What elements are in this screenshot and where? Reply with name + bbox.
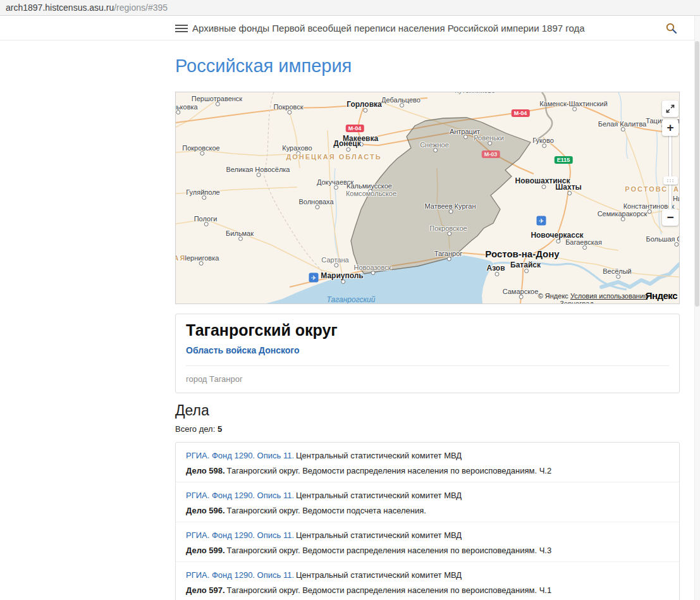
map-label: Донецк: [333, 139, 360, 148]
map-label: Новоазовск: [354, 264, 391, 271]
map-label: Гуково: [532, 137, 554, 144]
case-archive-link[interactable]: РГИА. Фонд 1290. Опись 11.: [186, 491, 294, 500]
map-label: М-03: [482, 150, 500, 158]
map-label: Васильковка: [175, 103, 198, 111]
fullscreen-button[interactable]: [662, 101, 679, 117]
case-description: Таганрогский округ. Ведомости распределе…: [227, 466, 552, 475]
yandex-logo: Яндекс: [646, 290, 677, 301]
case-description: Таганрогский округ. Ведомости подсчета н…: [227, 506, 426, 515]
map-label: Таганрог: [434, 250, 463, 257]
case-archive-link[interactable]: РГИА. Фонд 1290. Опись 11.: [186, 451, 294, 460]
map-label: Семикаракорск: [598, 210, 648, 217]
case-item: РГИА. Фонд 1290. Опись 11.Центральный ст…: [176, 482, 679, 522]
case-description: Таганрогский округ. Ведомости распределе…: [227, 546, 552, 555]
case-item: РГИА. Фонд 1290. Опись 11.Центральный ст…: [176, 562, 679, 600]
terms-link[interactable]: Условия использования: [570, 292, 648, 300]
cases-total-label: Всего дел:: [175, 424, 215, 434]
map-label: Дебальцево: [381, 96, 421, 104]
case-number: Дело 599.: [186, 546, 225, 555]
map-label: ✈: [309, 273, 319, 283]
site-header: Архивные фонды Первой всеобщей переписи …: [0, 16, 700, 40]
region-title: Таганрогский округ: [186, 321, 669, 340]
url-domain: arch1897.histcensus.asu.ru: [6, 3, 114, 13]
map-label: Багаевская: [565, 238, 602, 246]
region-city: город Таганрог: [186, 374, 669, 384]
case-number: Дело 597.: [186, 585, 225, 595]
url-bar[interactable]: arch1897.histcensus.asu.ru/regions/#395: [0, 0, 700, 16]
case-committee: Центральный статистический комитет МВД: [296, 530, 462, 540]
map-label: Мариуполь: [321, 271, 363, 280]
cases-total: Всего дел: 5: [175, 424, 680, 434]
map-attribution: © Яндекс Условия использования: [538, 292, 648, 300]
page-title: Российская империя: [175, 56, 680, 77]
region-map[interactable]: КутейниковоПершотравенскПокровскВасилько…: [175, 92, 680, 304]
map-label: Матвеев Курган: [425, 202, 476, 210]
case-number: Дело 598.: [186, 466, 225, 475]
map-label: Великая Новосёлка: [226, 166, 290, 173]
zoom-slider-handle[interactable]: [663, 176, 678, 185]
map-label: Сартана: [321, 256, 348, 264]
map-label: Покровское: [182, 144, 219, 152]
case-committee: Центральный статистический комитет МВД: [296, 570, 462, 580]
expand-icon: [666, 104, 675, 113]
hamburger-menu-icon[interactable]: [175, 25, 188, 33]
map-label: ✈: [537, 216, 546, 226]
map-label: Большая Орловка: [646, 235, 680, 243]
main-content: Российская империя: [175, 40, 680, 600]
case-item: РГИА. Фонд 1290. Опись 11.Центральный ст…: [176, 443, 679, 482]
case-archive-link[interactable]: РГИА. Фонд 1290. Опись 11.: [186, 530, 294, 540]
page-scrollbar[interactable]: [694, 16, 700, 600]
search-icon[interactable]: [665, 22, 679, 36]
zoom-out-button[interactable]: −: [662, 209, 679, 226]
map-label: Волноваха: [298, 198, 333, 205]
map-label: Азов: [486, 264, 505, 272]
map-label: Першотравенск: [192, 95, 242, 102]
map-label: Кутейниково: [455, 92, 495, 94]
case-committee: Центральный статистический комитет МВД: [296, 491, 462, 500]
map-label: Белая Калитва: [598, 120, 646, 128]
map-label: Комсомольское: [346, 190, 396, 197]
map-label: Снежное: [420, 141, 449, 149]
map-label: ДОНЕЦКАЯ ОБЛАСТЬ: [286, 153, 381, 161]
map-label: Покровское: [429, 224, 467, 232]
zoom-slider[interactable]: [668, 136, 672, 209]
case-item: РГИА. Фонд 1290. Опись 11.Центральный ст…: [176, 522, 679, 562]
map-label: Самарское: [503, 288, 539, 295]
map-label: Таганрогский: [327, 295, 376, 304]
map-label: М-04: [512, 109, 530, 117]
region-card: Таганрогский округ Область войска Донско…: [175, 314, 680, 393]
cases-heading: Дела: [175, 402, 680, 419]
map-label: М-04: [346, 125, 364, 132]
map-label: Бильмак: [226, 230, 254, 237]
map-label: Шахты: [555, 183, 582, 192]
map-label: ЗАПОРОЖСКАЯ: [175, 254, 186, 262]
map-label: Черниговка: [182, 254, 219, 262]
map-label: Ровеньки: [474, 134, 504, 142]
cases-list: РГИА. Фонд 1290. Опись 11.Центральный ст…: [175, 442, 680, 600]
cases-total-value: 5: [218, 424, 222, 434]
map-label: Гуляйполе: [186, 188, 219, 196]
region-parent-link[interactable]: Область войска Донского: [186, 345, 300, 355]
case-archive-link[interactable]: РГИА. Фонд 1290. Опись 11.: [186, 570, 294, 580]
url-path: /regions/#395: [114, 3, 168, 13]
map-label: Николаевская: [673, 195, 680, 202]
map-label: Курахово: [282, 144, 312, 152]
map-label: Покровск: [273, 103, 303, 111]
divider: [186, 365, 669, 366]
zoom-in-button[interactable]: +: [662, 119, 679, 136]
map-label: Каменск-Шахтинский: [539, 100, 608, 107]
map-label: Весёлый: [603, 267, 632, 275]
map-label: Ростов-на-Дону: [485, 248, 559, 259]
map-label: Пологи: [194, 215, 218, 223]
map-label: Зерноград: [560, 300, 594, 304]
map-label: Кальмиусское: [347, 182, 392, 190]
map-label: Е115: [555, 156, 573, 164]
map-label: Горловка: [347, 100, 381, 109]
app-title: Архивные фонды Первой всеобщей переписи …: [192, 16, 585, 40]
copyright-text: © Яндекс: [538, 292, 568, 300]
scrollbar-thumb[interactable]: [695, 41, 699, 307]
map-label: Батайск: [510, 260, 541, 269]
case-description: Таганрогский округ. Ведомости распределе…: [227, 585, 552, 595]
case-number: Дело 596.: [186, 506, 225, 515]
case-committee: Центральный статистический комитет МВД: [296, 451, 462, 460]
